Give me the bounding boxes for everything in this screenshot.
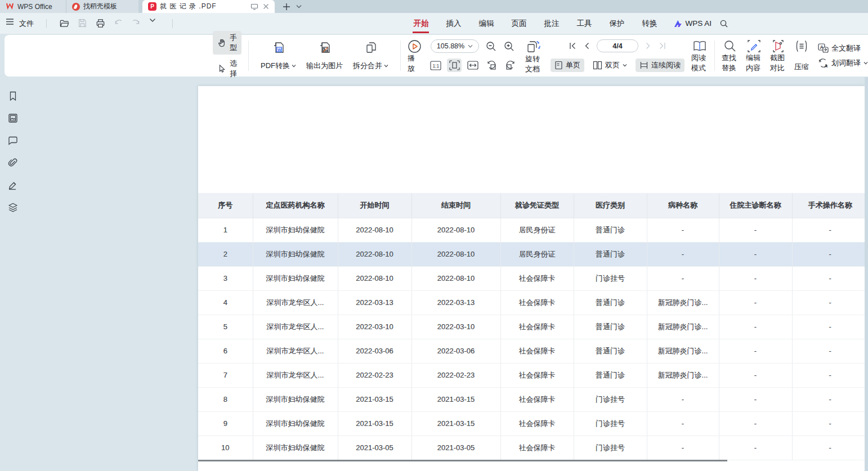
menu-item[interactable]: 开始 [413,16,429,31]
zoom-level-select[interactable]: 105.88% [431,39,479,53]
export-image-button[interactable]: 输出为图片 [301,39,348,72]
menu-item[interactable]: 插入 [445,16,462,31]
redo-icon[interactable] [131,18,142,29]
screenshot-compare-button[interactable]: 截图对比 [770,39,786,72]
compress-button[interactable]: 压缩 [794,39,809,72]
table-cell: 2021-03-05 [338,436,411,460]
rotate-left-icon[interactable] [484,59,499,72]
split-merge-icon [364,41,378,55]
table-cell: 社会保障卡 [500,363,574,387]
hand-tool-button[interactable]: 手型 [213,31,241,55]
split-merge-button[interactable]: 拆分合并 [348,39,393,72]
zoom-in-icon[interactable] [503,41,515,52]
svg-text:W: W [278,48,281,52]
table-cell: 门诊挂号 [574,387,647,411]
save-icon[interactable] [77,18,88,29]
left-sidebar [0,77,25,471]
menu-item[interactable]: 编辑 [478,16,494,31]
zoom-out-icon[interactable] [485,41,497,52]
table-cell: 普通门诊 [574,339,647,363]
last-page-icon[interactable] [658,42,666,50]
first-page-icon[interactable] [569,42,577,50]
divider [714,41,715,71]
tab-docer-templates[interactable]: 找稻壳模板 [66,0,138,13]
menu-item[interactable]: 工具 [576,16,592,31]
pdf-page[interactable]: 序号定点医药机构名称开始时间结束时间就诊凭证类型医疗类别病种名称住院主诊断名称手… [198,86,865,471]
continuous-read-toggle[interactable]: 连续阅读 [636,59,684,72]
table-row: 10深圳市妇幼保健院2021-03-052021-03-05社会保障卡门诊挂号-… [198,436,865,460]
edit-content-button[interactable]: 编辑内容 [746,39,762,72]
double-page-toggle[interactable]: 双页 [589,59,631,72]
table-cell: 门诊挂号 [574,436,647,460]
actual-size-button[interactable]: 1:1 [428,59,443,72]
fit-width-button[interactable] [466,59,480,72]
next-page-icon[interactable] [645,42,651,50]
tab-label: WPS Office [17,3,52,11]
ribbon-panel: 手型 选择 W PDF转换 输出为图片 拆分合并 [5,35,868,77]
table-cell: 新冠肺炎门诊... [647,290,719,315]
table-cell: 社会保障卡 [500,315,574,339]
prev-page-icon[interactable] [584,42,590,50]
menu-item-wps-ai[interactable]: WPS AI [674,19,712,28]
menu-item[interactable]: 批注 [543,16,560,31]
new-tab-button[interactable] [283,3,290,11]
menu-search-icon[interactable] [719,19,728,28]
rotate-document-button[interactable]: 旋转文档 [525,39,542,72]
table-header-cell: 病种名称 [647,193,719,218]
docer-logo [72,3,80,11]
select-tool-label: 选择 [230,59,237,79]
find-replace-button[interactable]: 查找替换 [722,39,738,72]
read-mode-button[interactable]: 阅读模式 [691,39,708,72]
table-cell: 1 [198,218,253,242]
fit-page-button[interactable] [447,59,462,72]
table-header-cell: 住院主诊断名称 [719,193,792,218]
toolbar-chevron-down-icon[interactable] [149,18,160,29]
screenshot-icon [771,39,785,53]
play-button[interactable]: 播放 [408,39,422,72]
tab-label: 找稻壳模板 [83,2,117,11]
table-cell: - [719,363,792,387]
table-cell: - [647,242,719,266]
single-page-toggle[interactable]: 单页 [551,59,584,72]
monitor-icon[interactable] [250,3,258,10]
table-cell: 2022-03-10 [411,315,500,339]
bookmark-icon[interactable] [7,91,19,102]
thumbnails-icon[interactable] [7,113,19,124]
tab-document-active[interactable]: P 就 医 记 录 .PDF [142,0,275,13]
vertical-scrollbar[interactable] [865,77,868,471]
pdf-convert-button[interactable]: W PDF转换 [256,39,301,72]
wps-logo [6,3,14,10]
page-indicator-input[interactable]: 4/4 [597,39,638,52]
table-cell: 新冠肺炎门诊... [647,315,719,339]
word-translate-icon: xA [818,58,829,68]
table-cell: 2022-08-10 [411,218,500,242]
table-row: 9深圳市妇幼保健院2021-03-152021-03-15社会保障卡门诊挂号--… [198,411,865,436]
layers-icon[interactable] [7,202,19,213]
table-cell: - [647,387,719,411]
print-icon[interactable] [95,18,106,29]
menu-item[interactable]: 页面 [511,16,527,31]
close-icon[interactable] [263,3,269,10]
table-cell: 深圳市龙华区人... [253,339,338,363]
open-folder-icon[interactable] [59,18,70,29]
rotate-right-icon[interactable] [503,59,517,72]
table-cell: 社会保障卡 [500,387,574,411]
table-cell: - [647,218,719,242]
attachment-icon[interactable] [7,158,19,169]
table-row: 2深圳市妇幼保健院2022-08-102022-08-10居民身份证普通门诊--… [198,242,865,266]
tab-list-chevron-icon[interactable] [296,5,302,8]
table-cell: 深圳市妇幼保健院 [253,387,338,411]
file-menu-button[interactable]: 文件 [6,18,34,29]
tab-wps-home[interactable]: WPS Office [0,0,66,13]
table-cell: 新冠肺炎门诊... [647,339,719,363]
comment-icon[interactable] [7,135,19,146]
undo-icon[interactable] [113,18,124,29]
table-cell: 社会保障卡 [500,266,574,290]
word-translate-button[interactable]: xA 划词翻译 [818,58,868,68]
full-translate-button[interactable]: A 全文翻译 [818,43,868,53]
table-cell: 深圳市妇幼保健院 [253,218,338,242]
table-cell: 2022-08-10 [411,242,500,266]
menu-item[interactable]: 保护 [609,16,625,31]
annotate-pen-icon[interactable] [7,180,19,191]
menu-item[interactable]: 转换 [641,16,657,31]
